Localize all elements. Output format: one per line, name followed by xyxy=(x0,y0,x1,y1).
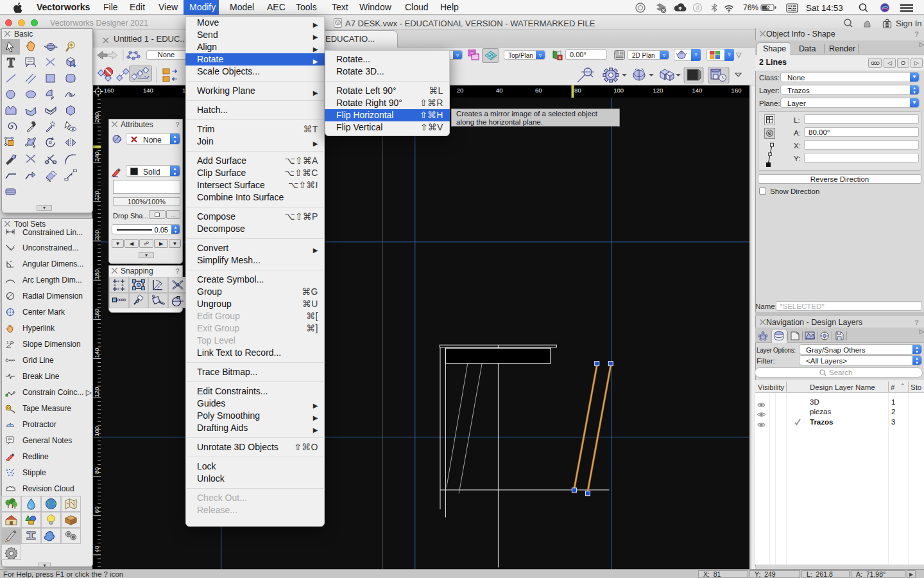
svg-text:60: 60 xyxy=(535,87,542,94)
svg-text:76%: 76% xyxy=(743,3,758,12)
svg-text:120: 120 xyxy=(93,387,100,398)
svg-text:120: 120 xyxy=(653,87,663,94)
svg-text:220: 220 xyxy=(93,191,100,201)
svg-text:20: 20 xyxy=(457,87,464,94)
svg-text:Sat 14:53: Sat 14:53 xyxy=(806,3,843,13)
svg-text:100: 100 xyxy=(93,426,100,437)
svg-text:180: 180 xyxy=(93,269,100,279)
svg-text:160: 160 xyxy=(732,87,742,94)
svg-text:140: 140 xyxy=(93,347,100,358)
svg-text:d: d xyxy=(696,4,699,11)
svg-text:260: 260 xyxy=(93,112,100,123)
svg-text:80: 80 xyxy=(574,87,581,94)
svg-text:40: 40 xyxy=(496,87,503,94)
svg-text:60: 60 xyxy=(93,507,100,514)
svg-text:140: 140 xyxy=(143,87,153,94)
svg-text:160: 160 xyxy=(104,87,114,94)
svg-text:240: 240 xyxy=(93,152,100,162)
svg-text:80: 80 xyxy=(93,467,100,474)
svg-text:140: 140 xyxy=(692,87,703,94)
svg-text:40: 40 xyxy=(93,546,100,553)
svg-text:200: 200 xyxy=(93,230,100,240)
svg-text:Sign In: Sign In xyxy=(896,19,921,28)
svg-text:160: 160 xyxy=(93,308,100,319)
svg-text:100: 100 xyxy=(613,87,624,94)
